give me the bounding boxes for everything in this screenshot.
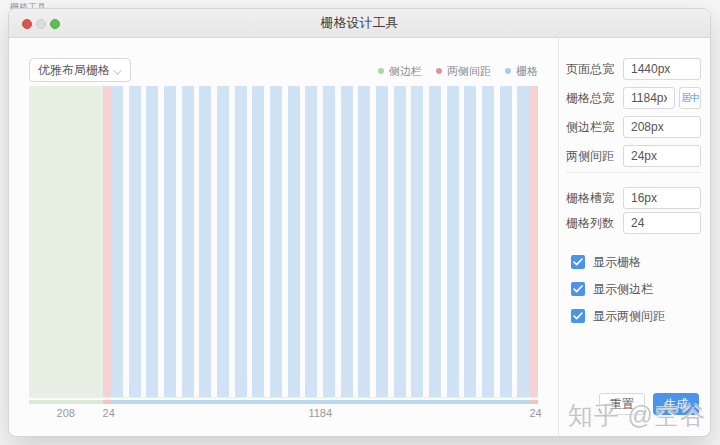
sidebar-measure-segment [29,400,103,404]
grid-column [464,86,476,397]
show-sidebar-label: 显示侧边栏 [593,281,653,298]
grid-column [429,86,441,397]
page-width-label: 页面总宽 [566,58,614,80]
grid-column [217,86,229,397]
center-button[interactable]: 居中 [679,87,701,109]
grid-column [376,86,388,397]
grid-column [394,86,406,397]
show-grid-checkbox[interactable] [571,255,585,269]
margin-legend-dot-icon [436,68,442,74]
show-sidebar-row: 显示侧边栏 [571,281,653,297]
grid-preview [29,86,538,398]
sidebar-legend-dot-icon [378,68,384,74]
margin-right-region [529,86,537,397]
section-divider [566,172,701,173]
margin-left-width-label: 24 [103,407,111,419]
grid-column [182,86,194,397]
grid-column [482,86,494,397]
sidebar-region [29,86,103,397]
reset-button[interactable]: 重置 [599,393,645,415]
margin-right-width-label: 24 [529,407,537,419]
legend: 侧边栏 两侧间距 栅格 [29,64,538,78]
panel-divider [558,37,559,436]
app-window: 栅格设计工具 优雅布局栅格 侧边栏 两侧间距 栅格 208 [8,8,711,437]
show-margins-label: 显示两侧间距 [593,308,665,325]
show-grid-label: 显示栅格 [593,254,641,271]
legend-item-margin: 两侧间距 [436,64,491,79]
legend-label: 两侧间距 [447,64,491,79]
show-margins-checkbox[interactable] [571,309,585,323]
grid-column [164,86,176,397]
grid-column [305,86,317,397]
gutter-width-input[interactable] [623,187,701,209]
side-margin-input[interactable] [623,145,701,167]
sidebar-width-label: 208 [29,407,103,419]
generate-button[interactable]: 生成 [653,393,699,415]
grid-width-label: 1184 [111,407,530,419]
column-count-input[interactable] [623,212,701,234]
grid-width-field-label: 栅格总宽 [566,87,614,109]
grid-column [129,86,141,397]
show-margins-row: 显示两侧间距 [571,308,665,324]
gutter-width-field-label: 栅格槽宽 [566,187,614,209]
check-icon [573,312,583,320]
side-margin-field-label: 两侧间距 [566,145,614,167]
show-sidebar-checkbox[interactable] [571,282,585,296]
grid-measure-segment [111,400,530,404]
grid-column [341,86,353,397]
grid-column [358,86,370,397]
column-count-field-label: 栅格列数 [566,212,614,234]
grid-column [111,86,123,397]
grid-column [235,86,247,397]
legend-item-grid: 栅格 [505,64,538,79]
grid-legend-dot-icon [505,68,511,74]
sidebar-width-input[interactable] [623,116,701,138]
legend-label: 侧边栏 [389,64,422,79]
page-width-input[interactable] [623,58,701,80]
grid-columns-region [111,86,530,397]
grid-width-input[interactable] [623,87,675,109]
margin-left-region [103,86,111,397]
grid-column [252,86,264,397]
grid-column [517,86,529,397]
window-title: 栅格设计工具 [9,9,710,37]
show-grid-row: 显示栅格 [571,254,641,270]
grid-column [199,86,211,397]
grid-column [447,86,459,397]
grid-column [288,86,300,397]
check-icon [573,258,583,266]
title-bar: 栅格设计工具 [9,9,710,38]
grid-column [411,86,423,397]
measurement-labels: 208 24 1184 24 [29,407,538,419]
grid-column [323,86,335,397]
margin-left-measure-segment [103,400,111,404]
legend-item-sidebar: 侧边栏 [378,64,422,79]
sidebar-width-field-label: 侧边栏宽 [566,116,614,138]
margin-right-measure-segment [529,400,537,404]
measurement-bar [29,400,538,404]
check-icon [573,285,583,293]
grid-column [146,86,158,397]
legend-label: 栅格 [516,64,538,79]
grid-column [270,86,282,397]
grid-column [500,86,512,397]
